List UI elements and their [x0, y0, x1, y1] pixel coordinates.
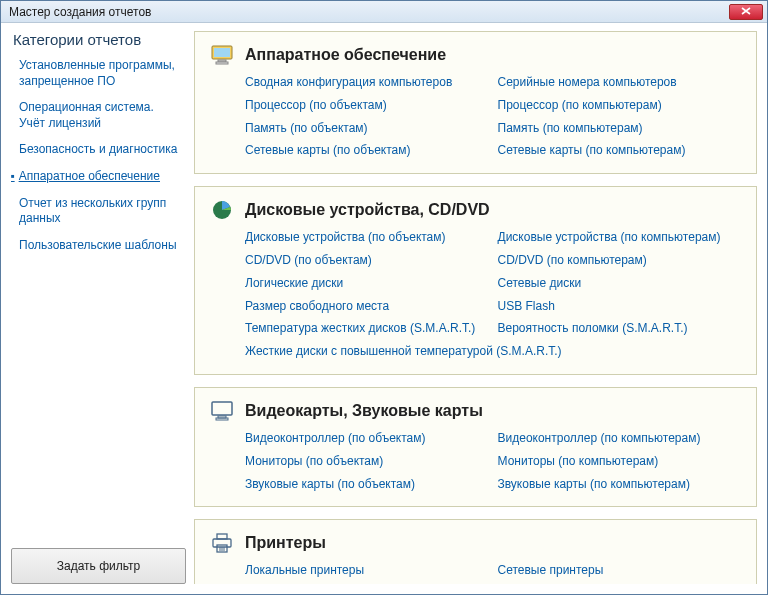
report-link[interactable]: Звуковые карты (по объектам) [245, 476, 488, 493]
report-link[interactable]: Сетевые карты (по компьютерам) [498, 142, 741, 159]
report-link[interactable]: Сетевые карты (по объектам) [245, 142, 488, 159]
report-link[interactable]: Память (по компьютерам) [498, 120, 741, 137]
report-link[interactable]: Сетевые диски [498, 275, 741, 292]
printer-icon [211, 532, 233, 554]
section-title: Принтеры [245, 534, 326, 552]
svg-rect-3 [216, 62, 228, 64]
report-link[interactable]: Сетевые принтеры [498, 562, 741, 579]
titlebar: Мастер создания отчетов [1, 1, 767, 23]
svg-rect-9 [213, 539, 231, 547]
report-link[interactable]: USB Flash [498, 298, 741, 315]
report-link[interactable]: Дисковые устройства (по компьютерам) [498, 229, 741, 246]
sidebar-item-2[interactable]: Безопасность и диагностика [19, 142, 182, 158]
report-link[interactable]: Дисковые устройства (по объектам) [245, 229, 488, 246]
report-link[interactable]: Видеоконтроллер (по объектам) [245, 430, 488, 447]
section-header: Принтеры [211, 532, 740, 554]
monitor-outline-icon [211, 400, 233, 422]
filter-button[interactable]: Задать фильтр [11, 548, 186, 584]
report-link[interactable]: Серийные номера компьютеров [498, 74, 741, 91]
report-link[interactable]: Процессор (по объектам) [245, 97, 488, 114]
svg-rect-8 [217, 534, 227, 539]
section-links: Сводная конфигурация компьютеровСерийные… [245, 74, 740, 159]
section-links: Локальные принтерыСетевые принтеры [245, 562, 740, 579]
svg-rect-7 [216, 418, 228, 420]
section-links: Видеоконтроллер (по объектам)Видеоконтро… [245, 430, 740, 492]
pie-chart-icon [211, 199, 233, 221]
report-link[interactable]: Локальные принтеры [245, 562, 488, 579]
report-link[interactable]: Размер свободного места [245, 298, 488, 315]
report-sections: Аппаратное обеспечениеСводная конфигурац… [194, 31, 757, 584]
sidebar-heading: Категории отчетов [11, 31, 186, 48]
report-link[interactable]: CD/DVD (по компьютерам) [498, 252, 741, 269]
svg-rect-1 [214, 48, 230, 57]
report-link[interactable]: Видеоконтроллер (по компьютерам) [498, 430, 741, 447]
window-title: Мастер создания отчетов [9, 5, 151, 19]
close-icon [741, 6, 751, 17]
svg-rect-5 [212, 402, 232, 415]
section-2: Видеокарты, Звуковые картыВидеоконтролле… [194, 387, 757, 507]
sidebar: Категории отчетов Установленные программ… [11, 31, 186, 584]
report-link[interactable]: Процессор (по компьютерам) [498, 97, 741, 114]
section-title: Аппаратное обеспечение [245, 46, 446, 64]
section-header: Видеокарты, Звуковые карты [211, 400, 740, 422]
window-body: Категории отчетов Установленные программ… [1, 23, 767, 594]
report-link[interactable]: Жесткие диски с повышенной температурой … [245, 343, 740, 360]
report-link[interactable]: Логические диски [245, 275, 488, 292]
section-links: Дисковые устройства (по объектам)Дисковы… [245, 229, 740, 360]
section-title: Дисковые устройства, CD/DVD [245, 201, 490, 219]
report-wizard-window: Мастер создания отчетов Категории отчето… [0, 0, 768, 595]
report-link[interactable]: Мониторы (по объектам) [245, 453, 488, 470]
report-link[interactable]: Память (по объектам) [245, 120, 488, 137]
close-button[interactable] [729, 4, 763, 20]
report-link[interactable]: CD/DVD (по объектам) [245, 252, 488, 269]
section-header: Дисковые устройства, CD/DVD [211, 199, 740, 221]
sidebar-item-4[interactable]: Отчет из нескольких групп данных [19, 196, 182, 227]
section-header: Аппаратное обеспечение [211, 44, 740, 66]
section-title: Видеокарты, Звуковые карты [245, 402, 483, 420]
sidebar-items: Установленные программы, запрещенное ПОО… [11, 58, 186, 548]
report-link[interactable]: Температура жестких дисков (S.M.A.R.T.) [245, 320, 488, 337]
sidebar-item-0[interactable]: Установленные программы, запрещенное ПО [19, 58, 182, 89]
section-3: ПринтерыЛокальные принтерыСетевые принте… [194, 519, 757, 584]
report-link[interactable]: Вероятность поломки (S.M.A.R.T.) [498, 320, 741, 337]
section-1: Дисковые устройства, CD/DVDДисковые устр… [194, 186, 757, 375]
report-link[interactable]: Звуковые карты (по компьютерам) [498, 476, 741, 493]
report-link[interactable]: Мониторы (по компьютерам) [498, 453, 741, 470]
section-0: Аппаратное обеспечениеСводная конфигурац… [194, 31, 757, 174]
sidebar-item-3[interactable]: Аппаратное обеспечение [19, 169, 182, 185]
monitor-color-icon [211, 44, 233, 66]
sidebar-item-5[interactable]: Пользовательские шаблоны [19, 238, 182, 254]
report-link[interactable]: Сводная конфигурация компьютеров [245, 74, 488, 91]
sidebar-item-1[interactable]: Операционная система. Учёт лицензий [19, 100, 182, 131]
